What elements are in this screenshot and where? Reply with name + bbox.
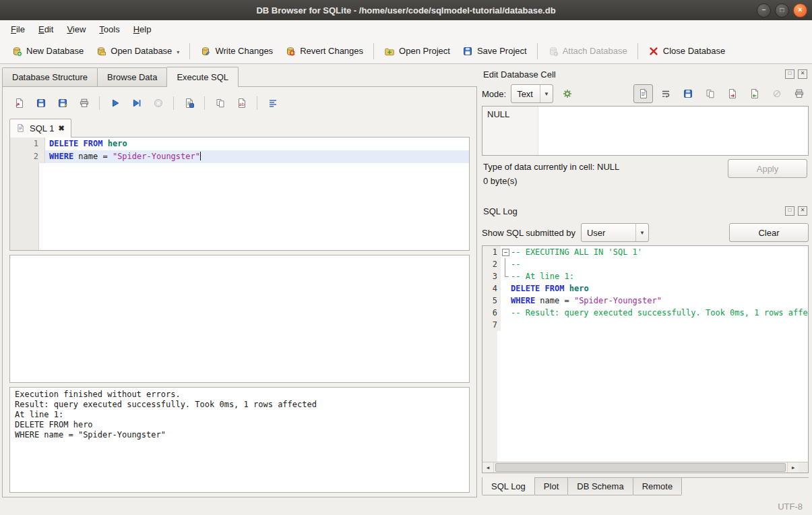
save-cell-button[interactable] [678, 84, 697, 103]
float-icon[interactable]: □ [785, 69, 794, 79]
close-icon[interactable]: ✕ [798, 69, 807, 79]
clear-log-button[interactable]: Clear [729, 223, 809, 242]
copy-cell-button[interactable] [700, 84, 720, 103]
export-cell-button[interactable] [722, 84, 742, 103]
dock-tab-db-schema[interactable]: DB Schema [567, 478, 633, 495]
line-number: 2 [482, 258, 501, 270]
toolbar-separator [173, 96, 174, 110]
open-project-button[interactable]: Open Project [378, 42, 456, 60]
text-mode-icon [638, 88, 649, 99]
save-sql-as-icon [57, 98, 68, 109]
scrollbar-thumb[interactable] [495, 463, 786, 472]
menu-view[interactable]: View [60, 22, 92, 37]
attach-database-icon: + [548, 46, 559, 57]
tab-execute-sql[interactable]: Execute SQL [166, 67, 239, 87]
svg-text:+: + [554, 51, 557, 57]
sql-token: -- At line 1: [511, 272, 574, 281]
open-query-tab-button[interactable] [210, 94, 230, 113]
fold-marker-icon [501, 270, 511, 282]
cell-icon-group [633, 84, 809, 103]
edit-cell-dock-header: Edit Database Cell □ ✕ [482, 67, 809, 82]
sql-file-icon [16, 123, 26, 133]
execute-current-line-button[interactable] [127, 94, 146, 113]
maximize-button[interactable]: □ [775, 3, 789, 18]
sql-token [78, 139, 83, 148]
titlebar[interactable]: DB Browser for SQLite - /home/user/code/… [0, 0, 812, 20]
sql-token: name = [73, 152, 113, 161]
sql-editor[interactable]: 1DELETE FROM hero2WHERE name = "Spider-Y… [9, 137, 470, 251]
new-database-icon: + [11, 46, 22, 57]
mode-combobox[interactable]: Text ▼ [511, 84, 553, 103]
log-text: -- At line 1: [511, 270, 808, 282]
scroll-right-icon[interactable]: ▶ [787, 462, 799, 473]
execute-all-button[interactable] [105, 94, 125, 113]
menu-tools[interactable]: Tools [92, 22, 126, 37]
sql-token: DELETE [511, 284, 540, 293]
close-button[interactable]: × [793, 3, 807, 18]
log-text: DELETE FROM hero [511, 282, 808, 295]
editor-filler [10, 163, 469, 250]
minimize-button[interactable]: – [757, 3, 771, 18]
save-sql-as-button[interactable] [53, 94, 72, 113]
cell-editor-area[interactable]: NULL [482, 106, 809, 156]
results-grid[interactable] [9, 255, 470, 383]
write-changes-button[interactable]: Write Changes [194, 42, 279, 60]
sql-token: -- Result: query executed successfully. … [511, 308, 808, 317]
tab-database-structure[interactable]: Database Structure [2, 67, 98, 86]
tab-browse-data[interactable]: Browse Data [97, 67, 167, 86]
app-window: DB Browser for SQLite - /home/user/code/… [0, 0, 812, 515]
cell-settings-button[interactable] [558, 84, 577, 103]
toolbar-separator [537, 43, 538, 59]
revert-changes-button[interactable]: Revert Changes [279, 42, 369, 60]
print-cell-button[interactable] [789, 84, 809, 103]
log-line: 2-- [482, 258, 808, 270]
menu-edit[interactable]: Edit [32, 22, 60, 37]
format-sql-button[interactable] [263, 94, 282, 113]
close-icon[interactable]: ✕ [798, 206, 807, 216]
apply-button[interactable]: Apply [728, 159, 807, 178]
save-project-button[interactable]: Save Project [456, 42, 533, 60]
sql-token: name = [535, 296, 574, 305]
text-mode-button[interactable] [633, 84, 653, 103]
open-sql-file-button[interactable] [9, 94, 29, 113]
save-results-button[interactable] [179, 94, 199, 113]
log-text: -- Result: query executed successfully. … [511, 307, 808, 319]
horizontal-scrollbar[interactable]: ◀ ▶ [482, 462, 808, 473]
float-icon[interactable]: □ [785, 206, 794, 216]
close-database-button[interactable]: Close Database [642, 42, 732, 60]
find-replace-button[interactable]: ab [232, 94, 251, 113]
fold-marker-icon [501, 258, 511, 270]
main-content: Database StructureBrowse DataExecute SQL… [0, 64, 812, 497]
sql-tab[interactable]: SQL 1 ✖ [9, 119, 71, 138]
apply-button-label: Apply [757, 164, 779, 174]
dock-tab-sql-log[interactable]: SQL Log [482, 477, 535, 495]
write-changes-label: Write Changes [215, 46, 273, 56]
output-line: Execution finished without errors. [15, 390, 464, 400]
sql-log-view[interactable]: 1-- EXECUTING ALL IN 'SQL 1'2--3-- At li… [482, 245, 809, 473]
scroll-left-icon[interactable]: ◀ [482, 462, 494, 473]
save-sql-file-button[interactable] [31, 94, 51, 113]
open-database-button[interactable]: Open Database▾ [90, 42, 185, 60]
sql-token [565, 284, 569, 293]
dock-tab-remote[interactable]: Remote [633, 478, 683, 495]
print-button[interactable] [74, 94, 94, 113]
save-results-icon [184, 98, 195, 109]
close-tab-icon[interactable]: ✖ [58, 124, 64, 133]
log-filter-combobox[interactable]: User ▼ [581, 223, 649, 242]
execution-output: Execution finished without errors.Result… [9, 387, 470, 493]
cell-value: NULL [487, 109, 509, 119]
fold-marker-icon[interactable] [501, 246, 511, 258]
menu-help[interactable]: Help [127, 22, 158, 37]
toolbar-separator [204, 96, 205, 110]
import-cell-button[interactable] [745, 84, 764, 103]
menu-file[interactable]: File [4, 22, 32, 37]
word-wrap-button[interactable] [656, 84, 675, 103]
text-cursor [200, 152, 201, 160]
toolbar-separator [99, 96, 100, 110]
sql-log-dock-header: SQL Log □ ✕ [482, 202, 809, 220]
new-database-button[interactable]: +New Database [5, 42, 90, 60]
line-number: 1 [482, 246, 501, 258]
line-number: 5 [482, 295, 501, 307]
toolbar-separator [189, 43, 190, 59]
dock-tab-plot[interactable]: Plot [534, 478, 568, 495]
